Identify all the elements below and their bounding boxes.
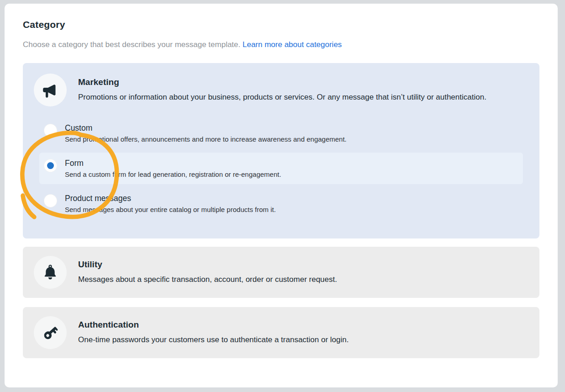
- authentication-card-header: Authentication One-time passwords your c…: [34, 316, 528, 349]
- utility-card-title: Utility: [78, 260, 337, 270]
- option-custom-description: Send promotional offers, announcements a…: [65, 135, 347, 143]
- radio-product-messages[interactable]: [44, 194, 57, 207]
- utility-card-texts: Utility Messages about a specific transa…: [78, 256, 337, 286]
- authentication-card-description: One-time passwords your customers use to…: [78, 333, 349, 347]
- category-card-marketing[interactable]: Marketing Promotions or information abou…: [23, 63, 539, 238]
- key-icon: [41, 323, 59, 342]
- option-product-messages-description: Send messages about your entire catalog …: [65, 206, 276, 213]
- option-custom-texts: Custom Send promotional offers, announce…: [65, 122, 347, 143]
- category-panel: Category Choose a category that best des…: [5, 4, 558, 387]
- utility-card-description: Messages about a specific transaction, a…: [78, 273, 337, 286]
- authentication-icon-circle: [34, 316, 67, 349]
- utility-icon-circle: [34, 256, 67, 289]
- page-title: Category: [23, 19, 539, 30]
- authentication-card-title: Authentication: [78, 320, 349, 330]
- marketing-card-texts: Marketing Promotions or information abou…: [78, 74, 486, 104]
- option-form-description: Send a custom form for lead generation, …: [65, 170, 281, 178]
- option-custom-label: Custom: [65, 123, 347, 133]
- option-product-messages[interactable]: Product messages Send messages about you…: [39, 188, 523, 219]
- marketing-card-title: Marketing: [78, 77, 486, 87]
- category-card-authentication[interactable]: Authentication One-time passwords your c…: [23, 307, 539, 358]
- option-product-messages-label: Product messages: [65, 194, 276, 203]
- category-card-utility[interactable]: Utility Messages about a specific transa…: [23, 247, 539, 298]
- page-subtitle: Choose a category that best describes yo…: [23, 40, 539, 49]
- radio-form[interactable]: [44, 159, 57, 172]
- radio-custom[interactable]: [44, 124, 57, 137]
- subtitle-text: Choose a category that best describes yo…: [23, 40, 240, 49]
- bell-icon: [41, 263, 59, 281]
- marketing-options-list: Custom Send promotional offers, announce…: [39, 117, 523, 219]
- option-form-label: Form: [65, 159, 281, 168]
- learn-more-link[interactable]: Learn more about categories: [243, 40, 342, 49]
- marketing-card-description: Promotions or information about your bus…: [78, 90, 486, 104]
- option-product-messages-texts: Product messages Send messages about you…: [65, 193, 276, 213]
- utility-card-header: Utility Messages about a specific transa…: [34, 256, 528, 289]
- megaphone-icon: [41, 81, 59, 99]
- marketing-card-header: Marketing Promotions or information abou…: [34, 74, 528, 106]
- option-form[interactable]: Form Send a custom form for lead generat…: [39, 153, 523, 184]
- option-custom[interactable]: Custom Send promotional offers, announce…: [39, 117, 523, 149]
- authentication-card-texts: Authentication One-time passwords your c…: [78, 316, 349, 347]
- option-form-texts: Form Send a custom form for lead generat…: [65, 158, 281, 178]
- marketing-icon-circle: [34, 74, 67, 106]
